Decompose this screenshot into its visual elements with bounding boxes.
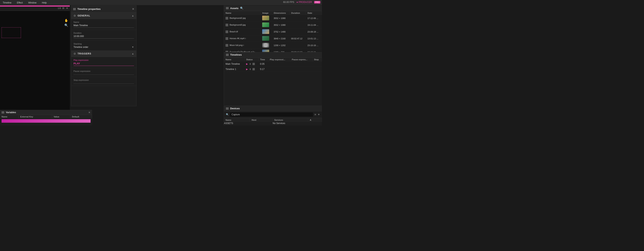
device-assets-label: ASSETS bbox=[224, 122, 250, 125]
triggers-chevron-icon: ▲ bbox=[132, 52, 134, 55]
tl-col-stop: Stop bbox=[312, 58, 322, 62]
asset-name: Moon full.png☆ bbox=[224, 42, 261, 49]
selection-rect bbox=[2, 27, 21, 38]
capture-dropdown-icon[interactable]: ▼ bbox=[318, 113, 320, 116]
list-item[interactable]: Background3.jpg 3552 × 1080 19-11-04 ... bbox=[224, 22, 322, 28]
assets-col-image: Image bbox=[261, 11, 272, 15]
variables-close-button[interactable]: ✕ bbox=[88, 111, 90, 114]
timeline-time: 5:17 bbox=[258, 67, 268, 72]
asset-thumb bbox=[261, 22, 272, 28]
asset-date: 23-10-16 ... bbox=[306, 42, 322, 49]
play-button[interactable]: ▶ bbox=[246, 62, 248, 65]
asset-duration bbox=[290, 15, 306, 22]
devices-menu-icon[interactable] bbox=[226, 108, 229, 110]
assets-col-dimensions: Dimensions bbox=[272, 11, 290, 15]
zoom-icon[interactable]: 🔍 bbox=[64, 24, 68, 27]
menu-help[interactable]: Help bbox=[41, 1, 48, 4]
capture-search-input[interactable] bbox=[230, 112, 313, 117]
menu-effect[interactable]: Effect bbox=[16, 1, 24, 4]
menu-window[interactable]: Window bbox=[27, 1, 38, 4]
tp-menu-icon[interactable] bbox=[73, 8, 76, 10]
assets-menu-icon[interactable] bbox=[226, 7, 229, 9]
pause-button[interactable]: ⏸ bbox=[249, 68, 251, 70]
tp-close-button[interactable]: ✕ bbox=[132, 7, 134, 11]
timeline-status: ▶ ⏸ bbox=[244, 67, 258, 72]
variables-table: Name External Key Value Default bbox=[0, 115, 92, 123]
device-a bbox=[308, 122, 322, 125]
asset-name: Beach.tif bbox=[224, 28, 261, 35]
stop-expression-value[interactable] bbox=[74, 83, 134, 84]
stacking-dropdown-icon[interactable]: ▼ bbox=[132, 46, 134, 48]
list-item[interactable]: Beach.tif 3752 × 1480 23-08-18 ... bbox=[224, 28, 322, 35]
menu-bar: Timeline Effect Window Help 60.00 FPS ● … bbox=[0, 0, 322, 6]
duration-value[interactable]: 10:00.000 bbox=[74, 35, 134, 38]
asset-dimensions: 3752 × 1480 bbox=[272, 28, 290, 35]
play-expression-value[interactable]: PLAY bbox=[74, 62, 134, 66]
asset-duration bbox=[290, 42, 306, 49]
top-right-info: 60.00 FPS ● PRODUCER PRO bbox=[283, 1, 320, 4]
assets-title: Assets bbox=[230, 7, 238, 10]
name-value[interactable]: Main Timeline bbox=[74, 24, 134, 28]
device-host bbox=[250, 122, 273, 125]
asset-dimensions: 3552 × 1080 bbox=[272, 22, 290, 28]
variables-title: Variables bbox=[6, 111, 16, 114]
general-section-title: GENERAL bbox=[78, 14, 90, 17]
asset-duration bbox=[290, 22, 306, 28]
devices-col-a: A bbox=[308, 118, 322, 122]
producer-label: ● PRODUCER bbox=[296, 1, 312, 4]
assets-panel: Assets 🔍 Name Image Dimensions Duration … bbox=[224, 6, 322, 51]
list-item[interactable]: Moon full.png☆ 1200 × 1202 23-10-16 ... bbox=[224, 42, 322, 49]
stacking-field-group: Stacking Timeline order ▼ bbox=[71, 41, 136, 50]
pro-label: PRO bbox=[314, 1, 320, 4]
timeline-stop bbox=[312, 62, 322, 67]
close-timeline-icon[interactable]: ✕ bbox=[66, 6, 68, 10]
stacking-label: Stacking bbox=[74, 43, 134, 45]
tl-col-status: Status bbox=[244, 58, 258, 62]
capture-search-row: 🔍 ✕ ▼ bbox=[224, 111, 322, 118]
expand-icon[interactable]: ⊞ bbox=[62, 6, 64, 10]
assets-col-date: Date bbox=[306, 11, 322, 15]
stacking-row: Timeline order ▼ bbox=[74, 46, 134, 48]
devices-table: Name Host Services A ASSETS No Services bbox=[224, 118, 322, 125]
timeline-status: ▶ ⏸ bbox=[244, 62, 258, 67]
list-item[interactable]: Horses 4K.mp4☆ 3840 × 2160 00:02:47.12 1… bbox=[224, 35, 322, 42]
table-row: ASSETS No Services bbox=[224, 122, 322, 125]
col-value: Value bbox=[52, 115, 70, 118]
play-button[interactable]: ▶ bbox=[246, 68, 248, 70]
hand-tool-icon[interactable]: ✋ bbox=[64, 18, 68, 22]
capture-clear-icon[interactable]: ✕ bbox=[314, 113, 316, 116]
assets-search-icon[interactable]: 🔍 bbox=[240, 6, 243, 10]
timeline-name: Main Timeline bbox=[224, 62, 244, 67]
general-section-header[interactable]: ⚙ GENERAL ▲ bbox=[71, 12, 136, 19]
variables-menu-icon[interactable] bbox=[2, 112, 4, 114]
stop-expression-group: Stop expression bbox=[71, 77, 136, 86]
list-item: Main Timeline ▶ ⏸ 0:35 bbox=[224, 62, 322, 67]
timelines-menu-icon[interactable] bbox=[226, 54, 229, 56]
asset-name: Horses 4K.mp4☆ bbox=[224, 35, 261, 42]
timeline-pink-bar bbox=[0, 6, 70, 6]
pause-expression-label: Pause expression bbox=[74, 70, 134, 72]
pause-button[interactable]: ⏸ bbox=[249, 62, 251, 65]
stacking-value[interactable]: Timeline order bbox=[74, 46, 132, 48]
asset-name: Background3.jpg bbox=[224, 22, 261, 28]
triggers-section-header[interactable]: ⚙ TRIGGERS ▲ bbox=[71, 50, 136, 57]
assets-table: Name Image Dimensions Duration Date Back… bbox=[224, 11, 322, 56]
name-field-group: Name Main Timeline bbox=[71, 19, 136, 30]
timeline-time: 0:35 bbox=[258, 62, 268, 67]
tl-col-play: Play expressi... bbox=[268, 58, 290, 62]
duration-field-group: Duration 10:00.000 bbox=[71, 30, 136, 41]
pause-expression-value[interactable] bbox=[74, 74, 134, 75]
timeline-stop bbox=[312, 67, 322, 72]
triggers-section-title: TRIGGERS bbox=[78, 52, 91, 55]
list-item[interactable]: Background2.jpg 3552 × 1080 17-12-06 ... bbox=[224, 15, 322, 22]
stop-button[interactable] bbox=[252, 68, 255, 70]
assets-col-name: Name bbox=[224, 11, 261, 15]
stop-button[interactable] bbox=[252, 63, 255, 65]
assets-col-duration: Duration bbox=[290, 11, 306, 15]
device-services: No Services bbox=[273, 122, 308, 125]
asset-name: Background2.jpg bbox=[224, 15, 261, 22]
timeline-play-expr bbox=[268, 67, 290, 72]
timeline-properties-panel: Timeline properties ✕ ⚙ GENERAL ▲ Name M… bbox=[71, 6, 136, 106]
devices-title: Devices bbox=[230, 107, 240, 110]
menu-timeline[interactable]: Timeline bbox=[2, 1, 12, 4]
